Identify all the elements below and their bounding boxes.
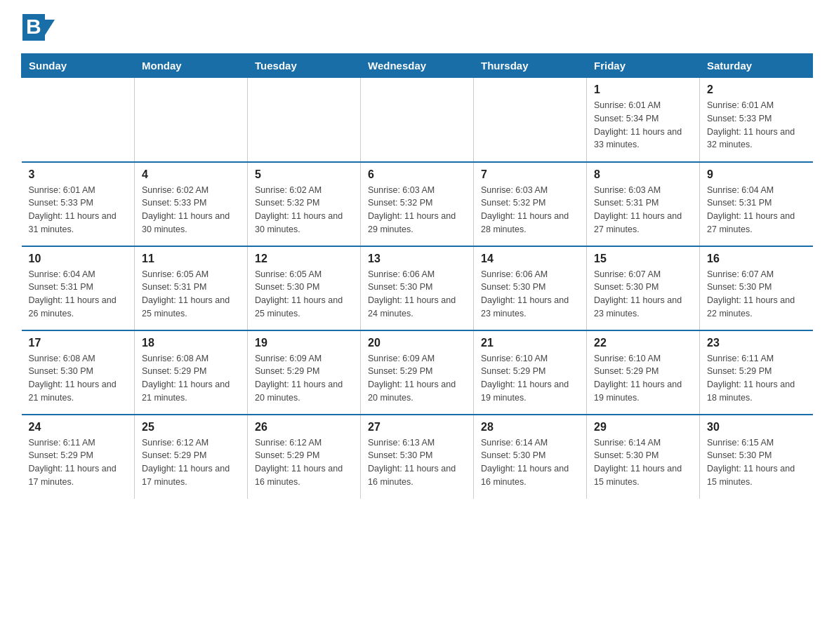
day-number: 7	[481, 168, 579, 181]
day-number: 27	[368, 421, 466, 434]
day-number: 10	[29, 253, 128, 265]
day-info: Sunrise: 6:14 AMSunset: 5:30 PMDaylight:…	[594, 436, 692, 489]
calendar-cell: 8Sunrise: 6:03 AMSunset: 5:31 PMDaylight…	[587, 162, 700, 246]
day-number: 14	[481, 253, 579, 265]
day-number: 1	[594, 83, 692, 96]
day-info: Sunrise: 6:01 AMSunset: 5:33 PMDaylight:…	[707, 99, 806, 152]
day-number: 2	[707, 83, 806, 96]
day-info: Sunrise: 6:06 AMSunset: 5:30 PMDaylight:…	[368, 268, 466, 321]
day-header-friday: Friday	[587, 54, 700, 78]
day-info: Sunrise: 6:15 AMSunset: 5:30 PMDaylight:…	[707, 436, 806, 489]
logo-line1: B	[21, 14, 55, 41]
day-info: Sunrise: 6:09 AMSunset: 5:29 PMDaylight:…	[368, 352, 466, 405]
calendar-cell: 9Sunrise: 6:04 AMSunset: 5:31 PMDaylight…	[700, 162, 813, 246]
day-header-saturday: Saturday	[700, 54, 813, 78]
logo-flag: B	[22, 14, 55, 41]
calendar-cell: 1Sunrise: 6:01 AMSunset: 5:34 PMDaylight…	[587, 78, 700, 162]
day-number: 15	[594, 253, 692, 265]
calendar-cell: 25Sunrise: 6:12 AMSunset: 5:29 PMDayligh…	[135, 415, 248, 499]
day-number: 12	[255, 253, 353, 265]
calendar-cell: 21Sunrise: 6:10 AMSunset: 5:29 PMDayligh…	[474, 330, 587, 415]
week-row-3: 10Sunrise: 6:04 AMSunset: 5:31 PMDayligh…	[22, 246, 813, 330]
day-info: Sunrise: 6:05 AMSunset: 5:31 PMDaylight:…	[142, 268, 240, 321]
day-info: Sunrise: 6:14 AMSunset: 5:30 PMDaylight:…	[481, 436, 579, 489]
calendar-cell: 19Sunrise: 6:09 AMSunset: 5:29 PMDayligh…	[248, 330, 361, 415]
day-info: Sunrise: 6:02 AMSunset: 5:33 PMDaylight:…	[142, 184, 240, 236]
calendar-cell: 18Sunrise: 6:08 AMSunset: 5:29 PMDayligh…	[135, 330, 248, 415]
day-number: 22	[594, 337, 692, 349]
day-info: Sunrise: 6:10 AMSunset: 5:29 PMDaylight:…	[481, 352, 579, 405]
day-number: 11	[142, 253, 240, 265]
day-number: 26	[255, 421, 353, 434]
day-number: 30	[707, 421, 806, 434]
header-row: SundayMondayTuesdayWednesdayThursdayFrid…	[22, 54, 813, 78]
logo: B	[21, 14, 55, 39]
day-number: 18	[142, 337, 240, 349]
logo-triangle-icon	[45, 20, 55, 35]
day-info: Sunrise: 6:01 AMSunset: 5:34 PMDaylight:…	[594, 99, 692, 152]
logo-blue-text: B	[22, 14, 45, 41]
calendar-cell: 20Sunrise: 6:09 AMSunset: 5:29 PMDayligh…	[361, 330, 474, 415]
day-info: Sunrise: 6:03 AMSunset: 5:32 PMDaylight:…	[368, 184, 466, 236]
calendar-cell: 17Sunrise: 6:08 AMSunset: 5:30 PMDayligh…	[22, 330, 135, 415]
calendar-cell: 15Sunrise: 6:07 AMSunset: 5:30 PMDayligh…	[587, 246, 700, 330]
calendar-cell: 30Sunrise: 6:15 AMSunset: 5:30 PMDayligh…	[700, 415, 813, 499]
day-info: Sunrise: 6:03 AMSunset: 5:31 PMDaylight:…	[594, 184, 692, 236]
week-row-2: 3Sunrise: 6:01 AMSunset: 5:33 PMDaylight…	[22, 162, 813, 246]
calendar-cell: 12Sunrise: 6:05 AMSunset: 5:30 PMDayligh…	[248, 246, 361, 330]
calendar-cell: 2Sunrise: 6:01 AMSunset: 5:33 PMDaylight…	[700, 78, 813, 162]
day-number: 4	[142, 168, 240, 181]
day-number: 24	[29, 421, 128, 434]
calendar-cell	[248, 78, 361, 162]
day-number: 20	[368, 337, 466, 349]
day-number: 16	[707, 253, 806, 265]
day-info: Sunrise: 6:10 AMSunset: 5:29 PMDaylight:…	[594, 352, 692, 405]
day-info: Sunrise: 6:01 AMSunset: 5:33 PMDaylight:…	[29, 184, 128, 236]
day-info: Sunrise: 6:12 AMSunset: 5:29 PMDaylight:…	[142, 436, 240, 489]
calendar-cell: 11Sunrise: 6:05 AMSunset: 5:31 PMDayligh…	[135, 246, 248, 330]
calendar-cell: 28Sunrise: 6:14 AMSunset: 5:30 PMDayligh…	[474, 415, 587, 499]
calendar-cell: 14Sunrise: 6:06 AMSunset: 5:30 PMDayligh…	[474, 246, 587, 330]
day-info: Sunrise: 6:04 AMSunset: 5:31 PMDaylight:…	[29, 268, 128, 321]
calendar-cell: 24Sunrise: 6:11 AMSunset: 5:29 PMDayligh…	[22, 415, 135, 499]
day-info: Sunrise: 6:11 AMSunset: 5:29 PMDaylight:…	[707, 352, 806, 405]
day-info: Sunrise: 6:02 AMSunset: 5:32 PMDaylight:…	[255, 184, 353, 236]
calendar-cell: 7Sunrise: 6:03 AMSunset: 5:32 PMDaylight…	[474, 162, 587, 246]
calendar-cell: 10Sunrise: 6:04 AMSunset: 5:31 PMDayligh…	[22, 246, 135, 330]
day-number: 25	[142, 421, 240, 434]
day-info: Sunrise: 6:07 AMSunset: 5:30 PMDaylight:…	[707, 268, 806, 321]
calendar-cell	[22, 78, 135, 162]
day-info: Sunrise: 6:08 AMSunset: 5:29 PMDaylight:…	[142, 352, 240, 405]
day-header-thursday: Thursday	[474, 54, 587, 78]
day-info: Sunrise: 6:04 AMSunset: 5:31 PMDaylight:…	[707, 184, 806, 236]
day-number: 23	[707, 337, 806, 349]
day-info: Sunrise: 6:07 AMSunset: 5:30 PMDaylight:…	[594, 268, 692, 321]
day-header-wednesday: Wednesday	[361, 54, 474, 78]
day-number: 29	[594, 421, 692, 434]
calendar-cell	[361, 78, 474, 162]
day-number: 3	[29, 168, 128, 181]
day-info: Sunrise: 6:11 AMSunset: 5:29 PMDaylight:…	[29, 436, 128, 489]
day-number: 19	[255, 337, 353, 349]
calendar-cell	[474, 78, 587, 162]
day-number: 8	[594, 168, 692, 181]
calendar-cell: 22Sunrise: 6:10 AMSunset: 5:29 PMDayligh…	[587, 330, 700, 415]
day-number: 17	[29, 337, 128, 349]
day-info: Sunrise: 6:12 AMSunset: 5:29 PMDaylight:…	[255, 436, 353, 489]
calendar-cell	[135, 78, 248, 162]
day-info: Sunrise: 6:13 AMSunset: 5:30 PMDaylight:…	[368, 436, 466, 489]
calendar-cell: 26Sunrise: 6:12 AMSunset: 5:29 PMDayligh…	[248, 415, 361, 499]
day-info: Sunrise: 6:06 AMSunset: 5:30 PMDaylight:…	[481, 268, 579, 321]
day-number: 28	[481, 421, 579, 434]
calendar-cell: 5Sunrise: 6:02 AMSunset: 5:32 PMDaylight…	[248, 162, 361, 246]
day-info: Sunrise: 6:09 AMSunset: 5:29 PMDaylight:…	[255, 352, 353, 405]
calendar-cell: 27Sunrise: 6:13 AMSunset: 5:30 PMDayligh…	[361, 415, 474, 499]
calendar-cell: 13Sunrise: 6:06 AMSunset: 5:30 PMDayligh…	[361, 246, 474, 330]
day-info: Sunrise: 6:03 AMSunset: 5:32 PMDaylight:…	[481, 184, 579, 236]
calendar-cell: 4Sunrise: 6:02 AMSunset: 5:33 PMDaylight…	[135, 162, 248, 246]
day-info: Sunrise: 6:05 AMSunset: 5:30 PMDaylight:…	[255, 268, 353, 321]
week-row-5: 24Sunrise: 6:11 AMSunset: 5:29 PMDayligh…	[22, 415, 813, 499]
calendar-table: SundayMondayTuesdayWednesdayThursdayFrid…	[21, 53, 813, 499]
calendar-cell: 29Sunrise: 6:14 AMSunset: 5:30 PMDayligh…	[587, 415, 700, 499]
calendar-cell: 3Sunrise: 6:01 AMSunset: 5:33 PMDaylight…	[22, 162, 135, 246]
